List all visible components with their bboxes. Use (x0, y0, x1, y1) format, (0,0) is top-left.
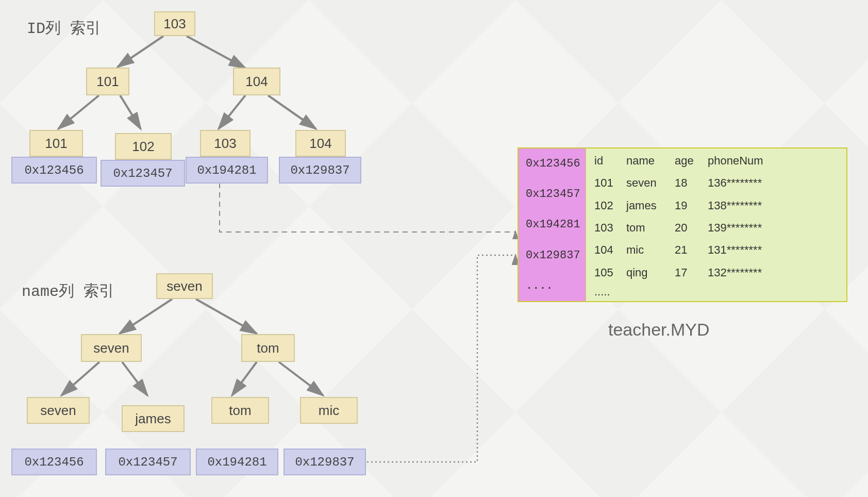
name-index-label: name列 索引 (22, 280, 114, 302)
svg-line-7 (196, 299, 257, 334)
table-row: 105 qing 17 132******** (586, 263, 846, 283)
name-left: seven (81, 334, 142, 362)
id-leaf-3-addr: 0x129837 (279, 157, 361, 184)
data-table: 0x123456 0x123457 0x194281 0x129837 ....… (518, 147, 847, 302)
table-row: 103 tom 20 139******** (586, 218, 846, 238)
svg-line-9 (122, 362, 147, 395)
name-leaf-0-key: seven (27, 397, 90, 424)
table-caption: teacher.MYD (608, 320, 710, 340)
id-leaf-1-addr: 0x123457 (101, 160, 185, 187)
table-row: 102 james 19 138******** (586, 196, 846, 216)
id-right: 104 (233, 68, 280, 95)
table-addr-col: 0x123456 0x123457 0x194281 0x129837 .... (519, 148, 586, 301)
svg-line-3 (120, 95, 141, 129)
svg-line-4 (219, 95, 245, 129)
id-leaf-0-key: 101 (29, 130, 83, 157)
name-leaf-2-key: tom (211, 397, 269, 424)
id-leaf-1-key: 102 (115, 133, 172, 160)
svg-line-11 (279, 362, 323, 395)
svg-line-2 (58, 95, 99, 129)
name-right: tom (241, 334, 295, 362)
table-row: 101 seven 18 136******** (586, 173, 846, 193)
svg-line-6 (120, 299, 172, 334)
table-addr-0: 0x123456 (519, 152, 586, 175)
col-age-h: age (675, 154, 708, 168)
col-name-h: name (626, 154, 675, 168)
id-leaf-2-key: 103 (200, 130, 251, 157)
name-leaf-1-key: james (122, 405, 185, 432)
table-trailing: ..... (586, 285, 846, 299)
table-addr-1: 0x123457 (519, 183, 586, 206)
table-addr-3: 0x129837 (519, 244, 586, 267)
table-addr-2: 0x194281 (519, 213, 586, 236)
id-leaf-3-key: 104 (295, 130, 346, 157)
id-root: 103 (154, 11, 195, 36)
name-leaf-0-addr: 0x123456 (11, 449, 97, 475)
table-addr-4: .... (519, 274, 586, 297)
name-leaf-3-key: mic (300, 397, 358, 424)
id-leaf-0-addr: 0x123456 (11, 157, 97, 184)
id-leaf-2-addr: 0x194281 (186, 157, 268, 184)
table-row: 104 mic 21 131******** (586, 240, 846, 260)
svg-line-8 (61, 362, 99, 395)
table-data-col: id name age phoneNum 101 seven 18 136***… (586, 148, 846, 301)
name-leaf-3-addr: 0x129837 (283, 449, 366, 475)
table-header: id name age phoneNum (586, 151, 846, 171)
name-leaf-1-addr: 0x123457 (105, 449, 191, 475)
svg-line-5 (268, 95, 316, 129)
svg-line-0 (118, 36, 163, 67)
svg-line-10 (232, 362, 257, 395)
col-id-h: id (588, 154, 626, 168)
name-root: seven (156, 273, 213, 299)
id-index-label: ID列 索引 (27, 18, 101, 39)
name-leaf-2-addr: 0x194281 (196, 449, 278, 475)
col-phone-h: phoneNum (708, 154, 844, 168)
id-left: 101 (86, 68, 129, 95)
svg-line-1 (187, 36, 245, 68)
